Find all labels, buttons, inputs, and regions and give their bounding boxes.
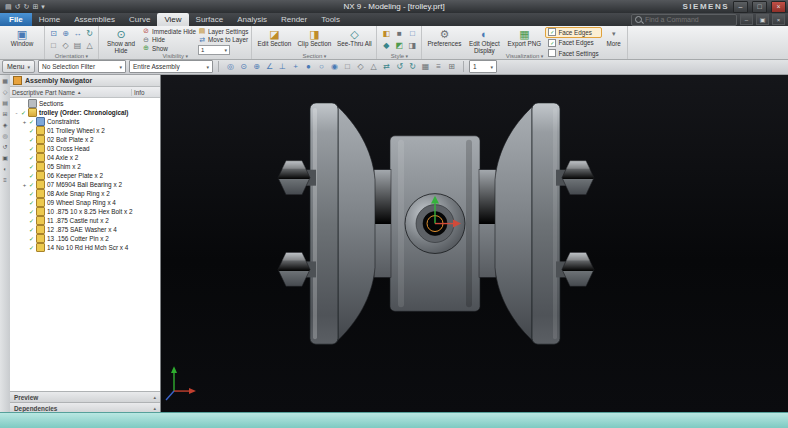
more-button[interactable]: ▾ More (604, 27, 624, 47)
window-switch-icon[interactable]: ⊞ (32, 0, 38, 13)
partially-shaded-icon[interactable]: ◨ (406, 40, 418, 51)
tree-row[interactable]: ✓ 11 .875 Castle nut x 2 (10, 216, 160, 225)
save-icon[interactable]: ▤ (5, 0, 12, 13)
zoom-tool-icon[interactable]: ⊕ (250, 61, 263, 73)
process-studio-icon[interactable]: ▣ (2, 154, 8, 162)
tree-row[interactable]: ✓ 06 Keeper Plate x 2 (10, 171, 160, 180)
immediate-hide-button[interactable]: ⊘ Immediate Hide (142, 27, 196, 36)
concentric-snap-icon[interactable]: ◉ (328, 61, 341, 73)
doc-minimize-button[interactable]: – (740, 14, 753, 25)
layer-settings-button[interactable]: ▤ Layer Settings (198, 27, 248, 36)
rotate-view-icon[interactable]: ↻ (84, 28, 95, 39)
navigator-header[interactable]: Assembly Navigator (10, 74, 160, 87)
tree-row[interactable]: ✓ 12 .875 SAE Washer x 4 (10, 225, 160, 234)
selection-scope-dropdown[interactable]: Entire Assembly ▾ (129, 60, 213, 73)
component-checkbox[interactable]: ✓ (28, 127, 35, 134)
group-label-section[interactable]: Section (252, 53, 376, 59)
angle-snap-icon[interactable]: ∠ (263, 61, 276, 73)
group-label-orientation[interactable]: Orientation (45, 53, 98, 59)
snap-angle-dropdown[interactable]: 1 ▾ (469, 60, 497, 73)
manage-part-icon[interactable]: ◐ (3, 165, 7, 173)
tree-row[interactable]: ✓ 09 Wheel Snap Ring x 4 (10, 198, 160, 207)
hd3d-tools-icon[interactable]: ◈ (3, 121, 8, 129)
ribbon-tab[interactable]: Home (32, 13, 67, 26)
component-checkbox[interactable]: ✓ (28, 172, 35, 179)
shaded-icon[interactable]: ■ (393, 28, 405, 39)
component-checkbox[interactable]: ✓ (28, 208, 35, 215)
ribbon-tab[interactable]: Render (274, 13, 314, 26)
ribbon-tab[interactable]: Tools (314, 13, 347, 26)
graphics-window[interactable] (160, 74, 788, 413)
ribbon-tab[interactable]: View (157, 13, 188, 26)
pan-view-icon[interactable]: ↔ (72, 28, 83, 39)
tree-row[interactable]: + ✓ Constraints (10, 117, 160, 126)
see-thru-all-button[interactable]: ◇ See-Thru All (335, 27, 373, 47)
ribbon-tab[interactable]: Analysis (230, 13, 274, 26)
tree-row[interactable]: ✓ 10 .875 10 x 8.25 Hex Bolt x 2 (10, 207, 160, 216)
component-checkbox[interactable]: ✓ (28, 217, 35, 224)
menu-button[interactable]: Menu ▾ (2, 60, 35, 73)
component-checkbox[interactable]: ✓ (28, 154, 35, 161)
component-checkbox[interactable]: ✓ (28, 235, 35, 242)
tree-row[interactable]: ✓ 08 Axle Snap Ring x 2 (10, 189, 160, 198)
group-label-visibility[interactable]: Visibility (99, 53, 251, 59)
component-checkbox[interactable]: ✓ (28, 163, 35, 170)
expand-toggle[interactable]: + (21, 182, 28, 188)
window-tool-icon[interactable]: ⊞ (445, 61, 458, 73)
tree-row[interactable]: ✓ 13 .156 Cotter Pin x 2 (10, 234, 160, 243)
tree-row[interactable]: ✓ 04 Axle x 2 (10, 153, 160, 162)
snap-point-icon[interactable]: ⊙ (237, 61, 250, 73)
web-browser-icon[interactable]: ◎ (2, 132, 7, 140)
tree-row[interactable]: ✓ 03 Cross Head (10, 144, 160, 153)
tree-row[interactable]: ✓ 02 Bolt Plate x 2 (10, 135, 160, 144)
tree-row[interactable]: ✓ 01 Trolley Wheel x 2 (10, 126, 160, 135)
window-button[interactable]: ▣ Window (3, 27, 41, 47)
select-scope-icon[interactable]: ◎ (224, 61, 237, 73)
intersection-snap-icon[interactable]: + (289, 61, 302, 73)
tab-file[interactable]: File (0, 13, 32, 26)
ribbon-tab[interactable]: Curve (122, 13, 157, 26)
part-navigator-icon[interactable]: ▤ (2, 99, 8, 107)
constraint-navigator-icon[interactable]: ◇ (3, 88, 8, 96)
component-checkbox[interactable]: ✓ (20, 109, 27, 116)
isometric-view-icon[interactable]: ◇ (60, 40, 71, 51)
find-command-input[interactable] (645, 16, 736, 23)
studio-render-icon[interactable]: ◆ (380, 40, 392, 51)
undo-view-icon[interactable]: ↺ (393, 61, 406, 73)
ribbon-tab[interactable]: Surface (189, 13, 231, 26)
column-info[interactable]: Info (131, 89, 158, 96)
tree-row[interactable]: - ✓ trolley (Order: Chronological) (10, 108, 160, 117)
find-command-box[interactable] (631, 14, 737, 26)
perpendicular-snap-icon[interactable]: ⊥ (276, 61, 289, 73)
3d-viewport-canvas[interactable] (160, 74, 788, 413)
reuse-library-icon[interactable]: ⊞ (2, 110, 7, 118)
facet-edges-checkbox[interactable]: ✓ Facet Edges (545, 38, 601, 49)
tree-row[interactable]: ✓ 05 Shim x 2 (10, 162, 160, 171)
component-checkbox[interactable]: ✓ (28, 181, 35, 188)
edit-object-display-button[interactable]: ◐ Edit Object Display (465, 27, 503, 54)
maximize-button[interactable]: □ (752, 1, 767, 13)
export-png-button[interactable]: ▦ Export PNG (505, 27, 543, 47)
existing-point-icon[interactable]: ● (302, 61, 315, 73)
show-button[interactable]: ⊕ Show (142, 44, 196, 53)
list-view-icon[interactable]: ≡ (432, 61, 445, 73)
doc-restore-button[interactable]: ▣ (756, 14, 769, 25)
group-label-visualization[interactable]: Visualization (422, 53, 626, 59)
expand-toggle[interactable]: + (21, 119, 28, 125)
component-checkbox[interactable]: ✓ (28, 136, 35, 143)
tree-row[interactable]: + ✓ 07 M6904 Ball Bearing x 2 (10, 180, 160, 189)
undo-icon[interactable]: ↺ (15, 0, 21, 13)
group-label-style[interactable]: Style (377, 53, 421, 59)
history-icon[interactable]: ↺ (2, 143, 7, 151)
selection-filter-dropdown[interactable]: No Selection Filter ▾ (38, 60, 126, 73)
customize-qat-icon[interactable]: ▾ (41, 0, 45, 13)
component-checkbox[interactable]: ✓ (28, 145, 35, 152)
assembly-navigator-icon[interactable]: ▦ (2, 77, 8, 85)
diamond-tool-icon[interactable]: ◇ (354, 61, 367, 73)
front-view-icon[interactable]: □ (48, 40, 59, 51)
minimize-button[interactable]: – (733, 1, 748, 13)
tree-row[interactable]: Sections (10, 99, 160, 108)
component-checkbox[interactable]: ✓ (28, 199, 35, 206)
circle-snap-icon[interactable]: ○ (315, 61, 328, 73)
perspective-icon[interactable]: △ (84, 40, 95, 51)
